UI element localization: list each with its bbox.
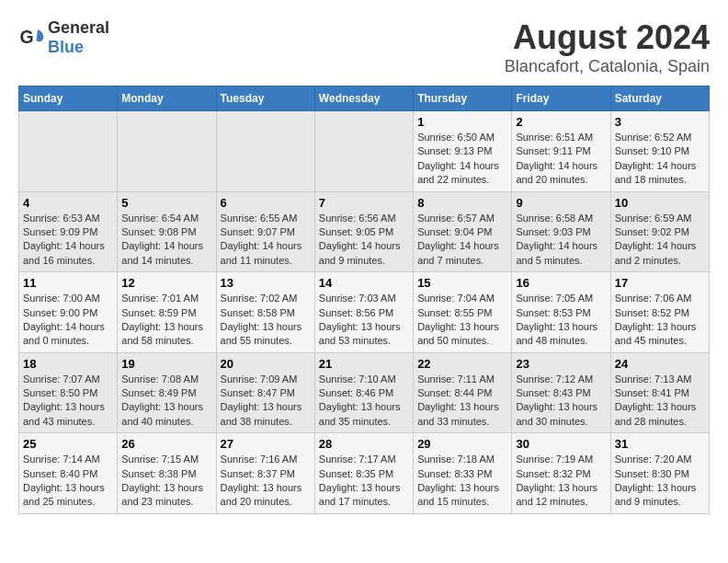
day-number: 12 bbox=[121, 276, 211, 290]
day-number: 6 bbox=[221, 196, 311, 210]
day-info: Sunrise: 7:04 AM Sunset: 8:55 PM Dayligh… bbox=[417, 293, 499, 346]
calendar-cell: 7Sunrise: 6:56 AM Sunset: 9:05 PM Daylig… bbox=[314, 191, 413, 272]
day-info: Sunrise: 6:57 AM Sunset: 9:04 PM Dayligh… bbox=[417, 213, 499, 266]
day-info: Sunrise: 7:00 AM Sunset: 9:00 PM Dayligh… bbox=[23, 293, 105, 346]
day-info: Sunrise: 7:07 AM Sunset: 8:50 PM Dayligh… bbox=[23, 373, 105, 427]
day-number: 24 bbox=[615, 357, 705, 371]
svg-text:G: G bbox=[20, 27, 34, 47]
day-number: 22 bbox=[417, 357, 507, 371]
header-monday: Monday bbox=[118, 86, 216, 111]
day-info: Sunrise: 7:11 AM Sunset: 8:44 PM Dayligh… bbox=[417, 373, 499, 427]
calendar-cell: 2Sunrise: 6:51 AM Sunset: 9:11 PM Daylig… bbox=[512, 111, 610, 192]
header: G General Blue August 2024 Blancafort, C… bbox=[18, 18, 710, 76]
header-friday: Friday bbox=[512, 86, 610, 111]
logo: G General Blue bbox=[18, 18, 109, 57]
day-info: Sunrise: 6:52 AM Sunset: 9:10 PM Dayligh… bbox=[615, 132, 697, 185]
day-info: Sunrise: 7:10 AM Sunset: 8:46 PM Dayligh… bbox=[319, 373, 401, 427]
calendar-cell: 26Sunrise: 7:15 AM Sunset: 8:38 PM Dayli… bbox=[118, 433, 216, 514]
calendar-cell: 3Sunrise: 6:52 AM Sunset: 9:10 PM Daylig… bbox=[610, 111, 709, 192]
day-info: Sunrise: 6:58 AM Sunset: 9:03 PM Dayligh… bbox=[516, 213, 597, 266]
calendar-cell bbox=[314, 111, 413, 192]
calendar-week-row: 25Sunrise: 7:14 AM Sunset: 8:40 PM Dayli… bbox=[19, 433, 710, 514]
calendar-cell bbox=[118, 111, 216, 192]
day-number: 16 bbox=[516, 276, 606, 290]
header-wednesday: Wednesday bbox=[314, 86, 413, 111]
calendar-cell: 19Sunrise: 7:08 AM Sunset: 8:49 PM Dayli… bbox=[118, 352, 216, 433]
day-number: 19 bbox=[121, 357, 211, 371]
header-saturday: Saturday bbox=[610, 86, 709, 111]
day-info: Sunrise: 6:53 AM Sunset: 9:09 PM Dayligh… bbox=[23, 213, 105, 266]
day-info: Sunrise: 7:08 AM Sunset: 8:49 PM Dayligh… bbox=[121, 373, 203, 427]
page-title: August 2024 bbox=[505, 18, 710, 57]
calendar-table: SundayMondayTuesdayWednesdayThursdayFrid… bbox=[18, 86, 710, 514]
day-info: Sunrise: 7:09 AM Sunset: 8:47 PM Dayligh… bbox=[221, 373, 302, 427]
calendar-cell: 15Sunrise: 7:04 AM Sunset: 8:55 PM Dayli… bbox=[414, 272, 512, 353]
day-info: Sunrise: 6:50 AM Sunset: 9:13 PM Dayligh… bbox=[417, 132, 499, 185]
calendar-cell: 13Sunrise: 7:02 AM Sunset: 8:58 PM Dayli… bbox=[216, 272, 314, 353]
calendar-cell: 23Sunrise: 7:12 AM Sunset: 8:43 PM Dayli… bbox=[512, 352, 610, 433]
calendar-cell: 22Sunrise: 7:11 AM Sunset: 8:44 PM Dayli… bbox=[414, 352, 512, 433]
day-number: 21 bbox=[319, 357, 409, 371]
calendar-cell: 6Sunrise: 6:55 AM Sunset: 9:07 PM Daylig… bbox=[216, 191, 314, 272]
day-info: Sunrise: 7:06 AM Sunset: 8:52 PM Dayligh… bbox=[615, 293, 697, 346]
day-info: Sunrise: 7:15 AM Sunset: 8:38 PM Dayligh… bbox=[121, 454, 203, 507]
day-info: Sunrise: 7:12 AM Sunset: 8:43 PM Dayligh… bbox=[516, 373, 597, 427]
day-info: Sunrise: 7:20 AM Sunset: 8:30 PM Dayligh… bbox=[615, 454, 697, 507]
calendar-cell: 4Sunrise: 6:53 AM Sunset: 9:09 PM Daylig… bbox=[19, 191, 118, 272]
day-info: Sunrise: 7:01 AM Sunset: 8:59 PM Dayligh… bbox=[121, 293, 203, 346]
calendar-cell: 8Sunrise: 6:57 AM Sunset: 9:04 PM Daylig… bbox=[414, 191, 512, 272]
calendar-week-row: 18Sunrise: 7:07 AM Sunset: 8:50 PM Dayli… bbox=[19, 352, 710, 433]
day-number: 31 bbox=[615, 437, 705, 451]
calendar-cell: 5Sunrise: 6:54 AM Sunset: 9:08 PM Daylig… bbox=[118, 191, 216, 272]
calendar-cell: 21Sunrise: 7:10 AM Sunset: 8:46 PM Dayli… bbox=[314, 352, 413, 433]
day-number: 30 bbox=[516, 437, 606, 451]
day-info: Sunrise: 6:55 AM Sunset: 9:07 PM Dayligh… bbox=[221, 213, 302, 266]
day-info: Sunrise: 7:17 AM Sunset: 8:35 PM Dayligh… bbox=[319, 454, 401, 507]
day-number: 29 bbox=[417, 437, 507, 451]
day-number: 4 bbox=[23, 196, 113, 210]
day-number: 11 bbox=[23, 276, 113, 290]
day-number: 20 bbox=[221, 357, 311, 371]
calendar-week-row: 11Sunrise: 7:00 AM Sunset: 9:00 PM Dayli… bbox=[19, 272, 710, 353]
calendar-cell: 1Sunrise: 6:50 AM Sunset: 9:13 PM Daylig… bbox=[414, 111, 512, 192]
title-block: August 2024 Blancafort, Catalonia, Spain bbox=[505, 18, 710, 76]
calendar-cell: 14Sunrise: 7:03 AM Sunset: 8:56 PM Dayli… bbox=[314, 272, 413, 353]
calendar-cell bbox=[216, 111, 314, 192]
day-number: 8 bbox=[417, 196, 507, 210]
calendar-week-row: 4Sunrise: 6:53 AM Sunset: 9:09 PM Daylig… bbox=[19, 191, 710, 272]
logo-icon: G bbox=[18, 24, 46, 52]
calendar-cell: 27Sunrise: 7:16 AM Sunset: 8:37 PM Dayli… bbox=[216, 433, 314, 514]
day-info: Sunrise: 7:19 AM Sunset: 8:32 PM Dayligh… bbox=[516, 454, 597, 507]
calendar-cell: 11Sunrise: 7:00 AM Sunset: 9:00 PM Dayli… bbox=[19, 272, 118, 353]
calendar-cell: 18Sunrise: 7:07 AM Sunset: 8:50 PM Dayli… bbox=[19, 352, 118, 433]
day-info: Sunrise: 7:13 AM Sunset: 8:41 PM Dayligh… bbox=[615, 373, 697, 427]
logo-blue: Blue bbox=[48, 38, 84, 56]
calendar-cell: 12Sunrise: 7:01 AM Sunset: 8:59 PM Dayli… bbox=[118, 272, 216, 353]
day-number: 9 bbox=[516, 196, 606, 210]
page-subtitle: Blancafort, Catalonia, Spain bbox=[505, 57, 710, 76]
calendar-cell: 25Sunrise: 7:14 AM Sunset: 8:40 PM Dayli… bbox=[19, 433, 118, 514]
day-info: Sunrise: 7:18 AM Sunset: 8:33 PM Dayligh… bbox=[417, 454, 499, 507]
day-number: 14 bbox=[319, 276, 409, 290]
calendar-cell bbox=[19, 111, 118, 192]
day-number: 13 bbox=[221, 276, 311, 290]
calendar-week-row: 1Sunrise: 6:50 AM Sunset: 9:13 PM Daylig… bbox=[19, 111, 710, 192]
day-number: 23 bbox=[516, 357, 606, 371]
day-info: Sunrise: 7:02 AM Sunset: 8:58 PM Dayligh… bbox=[221, 293, 302, 346]
day-info: Sunrise: 7:03 AM Sunset: 8:56 PM Dayligh… bbox=[319, 293, 401, 346]
day-number: 25 bbox=[23, 437, 113, 451]
day-number: 27 bbox=[221, 437, 311, 451]
day-number: 10 bbox=[615, 196, 705, 210]
day-number: 28 bbox=[319, 437, 409, 451]
day-number: 15 bbox=[417, 276, 507, 290]
calendar-cell: 28Sunrise: 7:17 AM Sunset: 8:35 PM Dayli… bbox=[314, 433, 413, 514]
day-info: Sunrise: 6:51 AM Sunset: 9:11 PM Dayligh… bbox=[516, 132, 597, 185]
calendar-cell: 10Sunrise: 6:59 AM Sunset: 9:02 PM Dayli… bbox=[610, 191, 709, 272]
day-number: 1 bbox=[417, 115, 507, 129]
day-info: Sunrise: 6:54 AM Sunset: 9:08 PM Dayligh… bbox=[121, 213, 203, 266]
day-number: 7 bbox=[319, 196, 409, 210]
calendar-cell: 17Sunrise: 7:06 AM Sunset: 8:52 PM Dayli… bbox=[610, 272, 709, 353]
header-tuesday: Tuesday bbox=[216, 86, 314, 111]
calendar-cell: 16Sunrise: 7:05 AM Sunset: 8:53 PM Dayli… bbox=[512, 272, 610, 353]
calendar-cell: 24Sunrise: 7:13 AM Sunset: 8:41 PM Dayli… bbox=[610, 352, 709, 433]
